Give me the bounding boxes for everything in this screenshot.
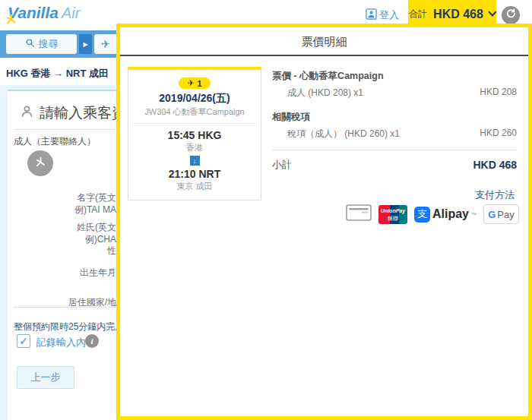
- avatar: [27, 150, 53, 176]
- tax-title: 相關稅項: [272, 111, 517, 124]
- flight-badge-count: 1: [198, 79, 202, 88]
- first-name-label: 名字(英文: [8, 191, 116, 204]
- gpay-g: G: [488, 209, 496, 220]
- alipay-trademark: ™: [471, 212, 477, 217]
- search-button[interactable]: 搜尋: [6, 34, 77, 54]
- tax-line-amount: HKD 260: [480, 128, 517, 141]
- search-icon: [25, 38, 35, 50]
- adult-contact-label: 成人（主要聯絡人）: [14, 135, 96, 148]
- fare-details-panel: 票價明細 ✈ 1 2019/04/26(五) JW304 心動香草Campaig…: [116, 24, 532, 420]
- birthdate-label: 出生年月: [8, 267, 116, 279]
- arrival-city: 東京 成田: [133, 181, 256, 192]
- refresh-button[interactable]: [502, 6, 520, 24]
- divider: [133, 123, 256, 124]
- vanilla-air-booking-screen: Vanilla Air 登入 合計 HKD 468 搜尋: [0, 0, 532, 420]
- flight-number: JW304 心動香草Campaign: [133, 106, 256, 118]
- play-icon: ▶: [83, 41, 87, 48]
- alipay-mark: 支: [414, 207, 430, 223]
- logo-text-air: Air: [62, 5, 80, 22]
- flight-count-badge: ✈ 1: [179, 77, 210, 89]
- refresh-icon: [505, 8, 516, 22]
- payment-methods-title: 支付方法: [475, 188, 515, 202]
- step-arrow-button[interactable]: ▶: [79, 34, 92, 54]
- unionpay-text: UnionPay: [378, 208, 407, 213]
- person-icon: [20, 104, 34, 122]
- fare-line-adult: 成人 (HKD 208) x1 HKD 208: [272, 87, 517, 99]
- subtotal-label: 小計: [272, 158, 292, 172]
- alipay-icon: 支 Alipay ™: [414, 207, 477, 223]
- route-heading: HKG 香港 → NRT 成田: [6, 67, 109, 81]
- login-label: 登入: [379, 8, 399, 22]
- departure-city: 香港: [133, 142, 256, 153]
- last-name-label: 姓氏(英文: [8, 221, 116, 234]
- gender-label: 性: [8, 245, 116, 257]
- gpay-pay: Pay: [497, 209, 514, 220]
- departure-time: 15:45 HKG: [133, 129, 256, 141]
- airplane-icon: ✈: [187, 78, 194, 88]
- subtotal-row: 小計 HKD 468: [272, 158, 517, 172]
- fare-title: 票價 - 心動香草Campaign: [272, 70, 517, 83]
- arrival-time: 21:10 NRT: [133, 168, 256, 180]
- logo-sparkle-icon: [6, 14, 17, 28]
- tax-line-adult: 稅項（成人） (HKD 260) x1 HKD 260: [272, 128, 517, 141]
- search-label: 搜尋: [39, 37, 59, 51]
- total-value: HKD 468: [433, 8, 483, 21]
- divider: [272, 150, 517, 150]
- vanilla-air-logo[interactable]: Vanilla Air: [8, 4, 80, 22]
- flight-summary-card: ✈ 1 2019/04/26(五) JW304 心動香草Campaign 15:…: [128, 67, 261, 201]
- alipay-wordmark: Alipay: [432, 207, 469, 221]
- unionpay-cjk-text: 銀聯: [378, 215, 407, 223]
- down-arrow-icon: ↓: [193, 157, 197, 165]
- credit-card-icon: [346, 204, 372, 225]
- first-name-hint: 例)TAI MA: [8, 204, 116, 216]
- check-icon: ✓: [19, 335, 28, 347]
- airplane-icon: ✈: [101, 38, 110, 50]
- gpay-icon: G Pay: [483, 204, 519, 224]
- vanilla-sparkle-icon: [35, 156, 46, 171]
- unionpay-icon: UnionPay 銀聯: [378, 205, 407, 224]
- chevron-down-icon: [488, 8, 496, 16]
- flight-date: 2019/04/26(五): [133, 92, 256, 106]
- fare-breakdown: 票價 - 心動香草Campaign 成人 (HKD 208) x1 HKD 20…: [272, 70, 517, 172]
- fare-panel-title: 票價明細: [120, 27, 528, 56]
- subtotal-amount: HKD 468: [473, 159, 517, 171]
- fare-line-label: 成人 (HKD 208) x1: [287, 87, 363, 99]
- login-button[interactable]: 登入: [366, 8, 399, 22]
- total-label: 合計: [409, 8, 427, 21]
- fare-line-amount: HKD 208: [480, 87, 517, 99]
- payment-methods-icons: UnionPay 銀聯 支 Alipay ™ G Pay: [346, 204, 519, 225]
- back-button[interactable]: 上一步: [17, 366, 74, 389]
- direct-flight-arrow-icon: ↓: [190, 156, 200, 166]
- user-badge-icon: [366, 8, 377, 22]
- info-icon[interactable]: i: [85, 334, 99, 348]
- remember-checkbox[interactable]: ✓: [17, 334, 30, 348]
- tax-line-label: 稅項（成人） (HKD 260) x1: [287, 128, 400, 141]
